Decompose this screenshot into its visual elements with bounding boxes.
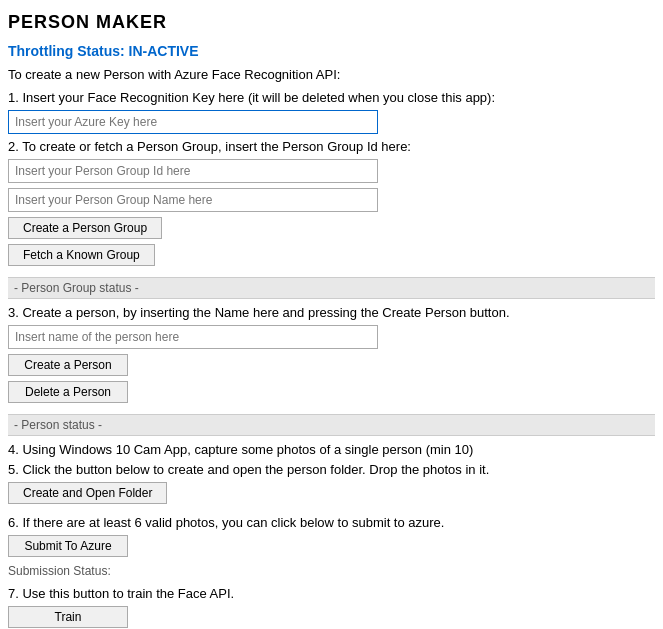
step-6-label: 6. If there are at least 6 valid photos,…	[8, 515, 655, 530]
step-7-label: 7. Use this button to train the Face API…	[8, 586, 655, 601]
step-3-section: 3. Create a person, by inserting the Nam…	[8, 305, 655, 408]
train-button[interactable]: Train	[8, 606, 128, 628]
create-person-group-button[interactable]: Create a Person Group	[8, 217, 162, 239]
step-6-section: 6. If there are at least 6 valid photos,…	[8, 515, 655, 580]
delete-person-button[interactable]: Delete a Person	[8, 381, 128, 403]
create-person-button[interactable]: Create a Person	[8, 354, 128, 376]
azure-key-input[interactable]	[8, 110, 378, 134]
person-group-id-input[interactable]	[8, 159, 378, 183]
step-5-section: 5. Click the button below to create and …	[8, 462, 655, 509]
person-group-status: - Person Group status -	[8, 277, 655, 299]
step-4-label: 4. Using Windows 10 Cam App, capture som…	[8, 442, 655, 457]
step-2-section: 2. To create or fetch a Person Group, in…	[8, 139, 655, 271]
submit-to-azure-button[interactable]: Submit To Azure	[8, 535, 128, 557]
create-open-folder-button[interactable]: Create and Open Folder	[8, 482, 167, 504]
person-group-name-input[interactable]	[8, 188, 378, 212]
step-4-section: 4. Using Windows 10 Cam App, capture som…	[8, 442, 655, 457]
step-7-section: 7. Use this button to train the Face API…	[8, 586, 655, 629]
fetch-known-group-button[interactable]: Fetch a Known Group	[8, 244, 155, 266]
step-1-label: 1. Insert your Face Recognition Key here…	[8, 90, 655, 105]
step-2-label: 2. To create or fetch a Person Group, in…	[8, 139, 655, 154]
throttle-status: Throttling Status: IN-ACTIVE	[8, 43, 655, 59]
step-3-label: 3. Create a person, by inserting the Nam…	[8, 305, 655, 320]
step-5-label: 5. Click the button below to create and …	[8, 462, 655, 477]
app-title: PERSON MAKER	[8, 12, 655, 33]
intro-text: To create a new Person with Azure Face R…	[8, 67, 655, 82]
person-status: - Person status -	[8, 414, 655, 436]
step-1-section: 1. Insert your Face Recognition Key here…	[8, 90, 655, 134]
person-name-input[interactable]	[8, 325, 378, 349]
step-6-submission-status-label: Submission Status:	[8, 562, 655, 580]
